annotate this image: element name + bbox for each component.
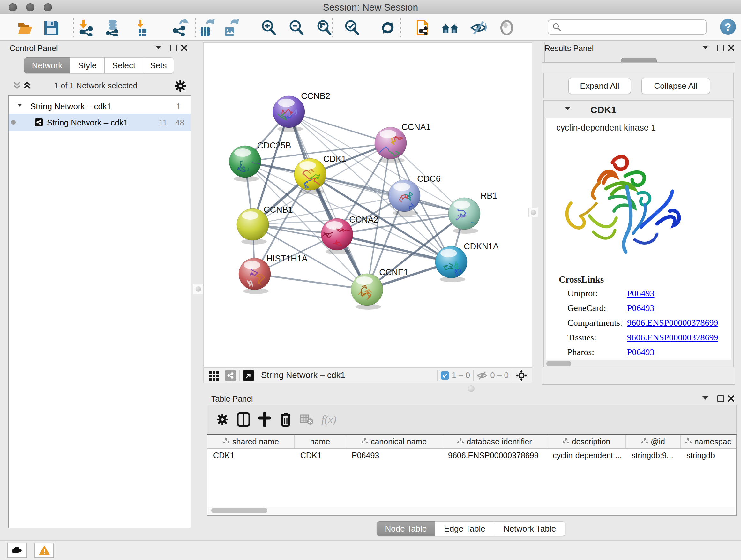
string-home-icon[interactable]: [441, 19, 459, 37]
tree-expand-icon[interactable]: [17, 104, 22, 107]
network-canvas[interactable]: CCNB2CCNA1CDC25BCDK1CDC6RB1CCNB1CCNA2CDK…: [203, 43, 532, 367]
crosslink-tissues-link[interactable]: 9606.ENSP00000378699: [627, 332, 718, 343]
column-header[interactable]: namespac: [681, 435, 735, 448]
node-label: CDKN1A: [464, 242, 499, 251]
network-edge[interactable]: [255, 274, 367, 290]
column-header[interactable]: database identifier: [442, 435, 547, 448]
add-column-icon[interactable]: [256, 411, 273, 428]
cell-shared-name[interactable]: CDK1: [207, 451, 294, 460]
delete-column-icon[interactable]: [277, 411, 294, 428]
cell-database-identifier[interactable]: 9606.ENSP00000378699: [442, 451, 547, 460]
column-header[interactable]: canonical name: [346, 435, 442, 448]
table-hscrollbar[interactable]: [208, 507, 735, 514]
cell-description[interactable]: cyclin-dependent ...: [547, 451, 626, 460]
network-node-ccna2[interactable]: CCNA2: [321, 215, 379, 254]
show-view-icon[interactable]: [498, 19, 516, 37]
zoom-out-icon[interactable]: [287, 19, 306, 37]
grid-view-icon[interactable]: [209, 370, 220, 381]
tab-network[interactable]: Network: [24, 57, 70, 73]
footer-separator: [239, 370, 240, 381]
control-panel-float-icon[interactable]: [171, 45, 177, 51]
right-splitter-handle[interactable]: [529, 207, 538, 217]
crosslink-compartments-link[interactable]: 9606.ENSP00000378699: [627, 318, 718, 328]
cloud-button[interactable]: [7, 543, 27, 558]
control-panel-menu-icon[interactable]: [155, 46, 161, 49]
tab-network-table[interactable]: Network Table: [494, 521, 565, 536]
cell-namespace[interactable]: stringdb: [681, 451, 735, 460]
warning-button[interactable]: [35, 543, 54, 558]
hide-selected-icon[interactable]: [470, 19, 488, 37]
share-document-icon[interactable]: [414, 19, 432, 37]
table-row[interactable]: CDK1 CDK1 P06493 9606.ENSP00000378699 cy…: [207, 449, 736, 462]
node-label: CDC6: [417, 174, 441, 184]
table-settings-gear-icon[interactable]: [214, 411, 231, 428]
export-table-icon[interactable]: [197, 19, 215, 37]
column-header[interactable]: name: [294, 435, 346, 448]
pan-crosshair-icon[interactable]: [515, 369, 528, 381]
control-panel-close-icon[interactable]: [181, 44, 188, 51]
gene-card-collapse-icon[interactable]: [565, 107, 570, 110]
zoom-selected-icon[interactable]: [343, 19, 361, 37]
function-builder-icon[interactable]: f(x): [321, 414, 336, 426]
open-session-icon[interactable]: [17, 19, 35, 37]
search-input[interactable]: [562, 22, 697, 33]
birdseye-view-icon[interactable]: [243, 370, 254, 381]
collapse-all-icon[interactable]: [11, 80, 22, 91]
table-panel-float-icon[interactable]: [718, 395, 724, 402]
tab-edge-table[interactable]: Edge Table: [435, 521, 494, 536]
table-hscrollbar-thumb[interactable]: [211, 508, 267, 513]
results-hscrollbar-thumb[interactable]: [546, 361, 571, 366]
column-header[interactable]: description: [547, 435, 626, 448]
network-collection-row[interactable]: String Network – cdk1 1: [9, 98, 191, 114]
table-panel-menu-icon[interactable]: [702, 396, 708, 400]
network-options-gear-icon[interactable]: [174, 80, 186, 93]
help-button[interactable]: ?: [720, 19, 736, 35]
show-columns-icon[interactable]: [235, 411, 252, 428]
crosslink-uniprot-link[interactable]: P06493: [627, 288, 655, 299]
network-edge[interactable]: [310, 174, 464, 213]
expand-all-icon[interactable]: [22, 80, 32, 91]
network-node-cdc25b[interactable]: CDC25B: [229, 141, 291, 182]
import-table-icon[interactable]: [133, 19, 151, 37]
export-network-icon[interactable]: [171, 19, 189, 37]
results-panel-close-icon[interactable]: [728, 44, 735, 51]
import-from-database-icon[interactable]: [104, 19, 122, 37]
clear-table-icon[interactable]: [298, 411, 315, 428]
network-node-hist1h1a[interactable]: HIST1H1A: [239, 254, 308, 294]
network-node-cdkn1a[interactable]: CDKN1A: [435, 242, 499, 282]
zoom-fit-icon[interactable]: [315, 19, 333, 37]
import-network-icon[interactable]: [77, 19, 95, 37]
network-collection-count: 1: [176, 102, 181, 111]
table-panel-close-icon[interactable]: [728, 395, 735, 402]
results-panel-float-icon[interactable]: [718, 45, 724, 51]
expand-all-button[interactable]: Expand All: [568, 78, 631, 94]
refresh-icon[interactable]: [379, 19, 397, 37]
network-node-ccnb2[interactable]: CCNB2: [273, 91, 330, 132]
search-box[interactable]: [548, 19, 706, 35]
tab-select[interactable]: Select: [105, 57, 143, 73]
tab-style[interactable]: Style: [70, 57, 105, 73]
save-session-icon[interactable]: [42, 19, 60, 37]
horizontal-splitter-handle[interactable]: [468, 385, 475, 392]
left-splitter-handle[interactable]: [193, 284, 203, 294]
network-row-selected[interactable]: String Network – cdk1 11 48: [9, 114, 191, 131]
tab-sets[interactable]: Sets: [143, 57, 174, 73]
node-label: CCNE1: [379, 267, 408, 277]
results-panel-menu-icon[interactable]: [702, 46, 708, 49]
cell-name[interactable]: CDK1: [294, 451, 346, 460]
network-graph[interactable]: CCNB2CCNA1CDC25BCDK1CDC6RB1CCNB1CCNA2CDK…: [204, 43, 532, 367]
cell-id[interactable]: stringdb:9...: [626, 451, 681, 460]
network-node-rb1[interactable]: RB1: [448, 191, 497, 234]
tab-node-table[interactable]: Node Table: [377, 521, 435, 536]
crosslink-genecard-link[interactable]: P06493: [627, 303, 655, 313]
export-image-icon[interactable]: [221, 19, 239, 37]
network-share-view-icon[interactable]: [225, 370, 236, 381]
collapse-all-button[interactable]: Collapse All: [642, 78, 710, 94]
column-header[interactable]: @id: [626, 435, 681, 448]
crosslink-pharos-link[interactable]: P06493: [627, 347, 655, 357]
cell-canonical-name[interactable]: P06493: [346, 451, 442, 460]
network-node-ccnb1[interactable]: CCNB1: [237, 205, 293, 245]
selected-nodes-checkbox[interactable]: [441, 371, 449, 380]
zoom-in-icon[interactable]: [260, 19, 278, 37]
column-header[interactable]: shared name: [207, 435, 294, 448]
